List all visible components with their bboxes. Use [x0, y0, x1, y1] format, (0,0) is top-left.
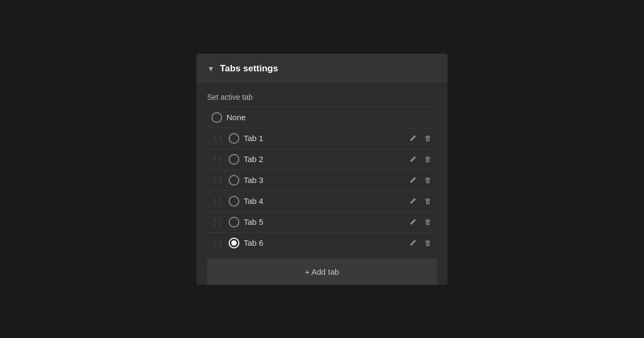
tab2-radio[interactable] — [229, 154, 239, 165]
pencil-icon — [409, 135, 416, 142]
set-active-tab-label: Set active tab — [207, 93, 437, 101]
edit-tab-button[interactable] — [408, 217, 418, 227]
trash-icon — [424, 156, 431, 163]
pencil-icon — [409, 156, 416, 163]
tab5-radio[interactable] — [229, 217, 239, 227]
pencil-icon — [409, 218, 416, 226]
panel-header: ▼ Tabs settings — [196, 54, 448, 84]
tab-label: Tab 4 — [244, 196, 404, 205]
drag-handle-icon[interactable]: ⋮⋮ — [211, 156, 223, 163]
drag-handle-icon[interactable]: ⋮⋮ — [211, 135, 223, 142]
tabs-list: None ⋮⋮ Tab 1 — [207, 107, 437, 253]
edit-tab-button[interactable] — [408, 196, 418, 206]
list-item: ⋮⋮ Tab 4 — [207, 190, 437, 211]
none-radio[interactable] — [211, 112, 222, 123]
none-option: None — [207, 107, 437, 128]
delete-tab-button[interactable] — [423, 175, 433, 185]
drag-handle-icon[interactable]: ⋮⋮ — [211, 219, 223, 225]
list-item: ⋮⋮ Tab 6 — [207, 232, 437, 253]
panel-title: Tabs settings — [220, 63, 278, 74]
none-label: None — [226, 113, 246, 122]
tab-actions — [408, 175, 433, 185]
tab3-radio[interactable] — [229, 175, 239, 186]
tabs-settings-panel: ▼ Tabs settings Set active tab None ⋮⋮ T… — [196, 54, 448, 285]
tab6-radio[interactable] — [229, 238, 239, 248]
tab-actions — [408, 155, 433, 164]
pencil-icon — [409, 239, 416, 247]
edit-tab-button[interactable] — [408, 155, 418, 164]
tab4-radio[interactable] — [229, 196, 239, 207]
pencil-icon — [409, 177, 416, 184]
list-item: ⋮⋮ Tab 3 — [207, 170, 437, 190]
edit-tab-button[interactable] — [408, 238, 418, 248]
panel-body: Set active tab None ⋮⋮ Tab 1 — [196, 84, 448, 285]
edit-tab-button[interactable] — [408, 175, 418, 185]
list-item: ⋮⋮ Tab 2 — [207, 149, 437, 170]
trash-icon — [424, 197, 431, 205]
tab-actions — [408, 217, 433, 227]
trash-icon — [424, 177, 431, 184]
add-tab-button[interactable]: + Add tab — [207, 259, 437, 285]
delete-tab-button[interactable] — [423, 155, 433, 164]
drag-handle-icon[interactable]: ⋮⋮ — [211, 198, 223, 204]
trash-icon — [424, 239, 431, 247]
list-item: ⋮⋮ Tab 1 — [207, 128, 437, 149]
tab-label: Tab 5 — [244, 217, 404, 226]
delete-tab-button[interactable] — [423, 134, 433, 143]
delete-tab-button[interactable] — [423, 217, 433, 227]
trash-icon — [424, 135, 431, 142]
tab-label: Tab 2 — [244, 155, 404, 164]
pencil-icon — [409, 197, 416, 205]
tab1-radio[interactable] — [229, 133, 239, 144]
tab-label: Tab 6 — [244, 238, 404, 247]
drag-handle-icon[interactable]: ⋮⋮ — [211, 240, 223, 246]
delete-tab-button[interactable] — [423, 196, 433, 206]
tab-label: Tab 3 — [244, 175, 404, 185]
delete-tab-button[interactable] — [423, 238, 433, 248]
drag-handle-icon[interactable]: ⋮⋮ — [211, 177, 223, 183]
list-item: ⋮⋮ Tab 5 — [207, 211, 437, 232]
tab-actions — [408, 134, 433, 143]
collapse-chevron-icon[interactable]: ▼ — [207, 64, 215, 73]
tab-label: Tab 1 — [244, 134, 404, 143]
trash-icon — [424, 218, 431, 226]
tab-actions — [408, 196, 433, 206]
edit-tab-button[interactable] — [408, 134, 418, 143]
tab-actions — [408, 238, 433, 248]
